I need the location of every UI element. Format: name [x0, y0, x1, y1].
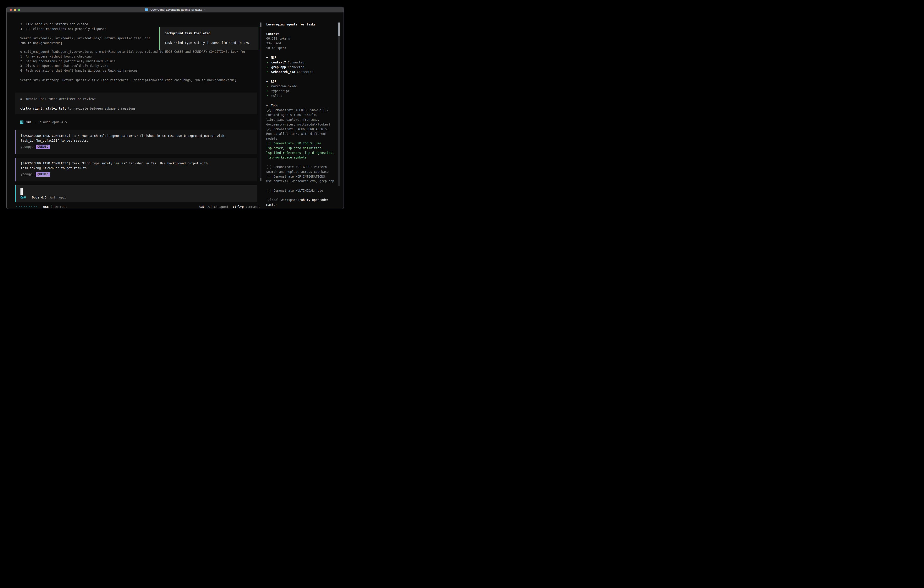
- status-dot-icon: •: [266, 66, 268, 69]
- workspace-path-prefix: ~/local-workspaces/: [266, 198, 301, 202]
- input-model-row[interactable]: OmO Opus 4.5 Anthropic: [20, 195, 66, 200]
- agent-checkbox-icon: [20, 121, 23, 124]
- lsp-heading: LSP: [271, 80, 277, 83]
- workspace-path-project: oh-my-opencode:: [301, 198, 328, 202]
- todo-heading: Todo: [271, 104, 278, 107]
- message-meta-row: yeongyuQUEUED: [21, 172, 257, 177]
- mcp-item-status: Connected: [297, 70, 314, 74]
- workspace-branch: master: [266, 203, 341, 207]
- collapse-triangle-icon[interactable]: ▼: [266, 56, 268, 59]
- context-tokens: 66,518 tokens: [266, 36, 341, 41]
- lsp-item: • typescript: [266, 89, 341, 94]
- input-model-name: Opus 4.5: [32, 196, 46, 199]
- input-provider-name: Anthropic: [50, 196, 67, 199]
- mcp-item: • context7 Connected: [266, 60, 341, 65]
- main-scrollbar-thumb[interactable]: [260, 178, 261, 181]
- lsp-item: • markdown-oxide: [266, 84, 341, 89]
- status-bar-left: esc interrupt: [16, 205, 67, 209]
- message-line1: [BACKGROUND TASK COMPLETED] Task "Find t…: [21, 161, 257, 166]
- half-circle-icon: ◐: [203, 8, 205, 12]
- todo-item-active: [ ] Demonstrate LSP TOOLS: Use lsp_hover…: [266, 141, 341, 160]
- title-bar: [OpenCode] Leveraging agents for tasks ◐: [7, 7, 343, 13]
- context-spent: $0.46 spent: [266, 46, 341, 51]
- status-dot-icon: •: [266, 89, 268, 93]
- todo-item-pending: [ ] Demonstrate AST-GREP: Pattern search…: [266, 165, 341, 174]
- lsp-section: ▼ LSP • markdown-oxide • typescript • es…: [266, 79, 341, 99]
- lsp-item-name: markdown-oxide: [271, 84, 297, 88]
- agent-name: OmO: [26, 121, 31, 124]
- oracle-task-title-row: ◉ Oracle Task "Deep architecture review": [20, 97, 257, 102]
- fisheye-icon: ◉: [20, 97, 22, 101]
- todo-pending-group: [ ] Demonstrate AST-GREP: Pattern search…: [266, 165, 341, 184]
- folder-icon: [145, 8, 148, 11]
- context-section: Context 66,518 tokens 33% used $0.46 spe…: [266, 32, 341, 51]
- mcp-item-name: websearch_exa: [271, 70, 295, 74]
- oracle-task-title: Oracle Task "Deep architecture review": [26, 97, 96, 101]
- status-dot-icon: •: [266, 61, 268, 64]
- todo-section: ▼ Todo [✓] Demonstrate AGENTS: Show all …: [266, 103, 341, 160]
- lsp-heading-row[interactable]: ▼ LSP: [266, 79, 341, 84]
- oracle-task-box: ◉ Oracle Task "Deep architecture review"…: [15, 92, 257, 114]
- todo-heading-row[interactable]: ▼ Todo: [266, 103, 341, 108]
- mcp-item-status: Connected: [288, 61, 304, 64]
- todo-pending-group: [ ] Demonstrate MULTIMODAL: Use: [266, 188, 341, 193]
- background-task-notification: Background Task Completed Task "Find typ…: [159, 26, 259, 50]
- todo-item-done: [✓] Demonstrate BACKGROUND AGENTS: Run p…: [266, 127, 341, 141]
- message-line2: task_id="bg_dcfac161" to get results.: [21, 139, 257, 143]
- prompt-input[interactable]: OmO Opus 4.5 Anthropic: [15, 185, 257, 202]
- oracle-task-hint: ctrl+x right, ctrl+x left to navigate be…: [20, 106, 257, 111]
- message-line2: task_id="bg_6f59260c" to get results.: [21, 166, 257, 171]
- ctrlp-key-hint[interactable]: ctrl+p: [233, 205, 244, 209]
- mcp-item: • websearch_exa Connected: [266, 70, 341, 74]
- lsp-item-name: eslint: [271, 94, 282, 97]
- zoom-window-button[interactable]: [18, 9, 20, 11]
- minimize-window-button[interactable]: [14, 9, 16, 11]
- collapse-triangle-icon[interactable]: ▼: [266, 104, 268, 107]
- lsp-item-name: typescript: [271, 89, 290, 93]
- window-title-text: [OpenCode] Leveraging agents for tasks: [150, 8, 202, 12]
- status-bar-right: tab switch agent ctrl+p commands: [169, 205, 260, 209]
- status-dot-icon: •: [266, 84, 268, 88]
- mcp-heading-row[interactable]: ▼ MCP: [266, 56, 341, 61]
- lsp-item: • eslint: [266, 94, 341, 99]
- mcp-item-name: context7: [271, 61, 286, 64]
- status-dot-icon: •: [266, 70, 268, 74]
- collapse-triangle-icon[interactable]: ▼: [266, 80, 268, 83]
- tool-call-text: call_omo_agent [subagent_type=explore, p…: [20, 50, 246, 83]
- message-box: [BACKGROUND TASK COMPLETED] Task "Resear…: [15, 130, 257, 154]
- status-badge: QUEUED: [36, 145, 50, 149]
- username: yeongyu: [21, 145, 33, 149]
- hint-text: to navigate between subagent sessions: [66, 107, 136, 110]
- sidebar: Leveraging agents for tasks Context 66,5…: [266, 22, 341, 209]
- agent-header: OmO · claude-opus-4-5: [20, 120, 67, 125]
- context-used: 33% used: [266, 41, 341, 46]
- message-box: [BACKGROUND TASK COMPLETED] Task "Find t…: [15, 158, 257, 182]
- mcp-item-status: Connected: [288, 66, 304, 69]
- context-heading: Context: [266, 32, 341, 36]
- window-controls[interactable]: [10, 7, 20, 13]
- tab-key-hint[interactable]: tab: [199, 205, 205, 209]
- mcp-item-name: grep_app: [271, 66, 286, 69]
- username: yeongyu: [21, 173, 33, 176]
- notification-body: Task "Find type safety issues" finished …: [165, 41, 259, 45]
- scrollback-text: 3. File handles or streams not closed 4.…: [20, 22, 150, 46]
- notification-title: Background Task Completed: [165, 31, 259, 36]
- status-dot-icon: •: [266, 94, 268, 97]
- text-cursor: [20, 188, 23, 195]
- main-scrollbar-track[interactable]: [260, 23, 261, 181]
- esc-key-hint[interactable]: esc: [43, 205, 49, 209]
- hint-keys: ctrl+x right, ctrl+x left: [20, 107, 66, 110]
- session-title: Leveraging agents for tasks: [266, 22, 341, 27]
- close-window-button[interactable]: [10, 9, 12, 11]
- message-line1: [BACKGROUND TASK COMPLETED] Task "Resear…: [21, 134, 257, 139]
- tab-key-label: switch agent: [206, 205, 228, 209]
- app-window: [OpenCode] Leveraging agents for tasks ◐…: [6, 7, 344, 209]
- spinner-dots-icon: [16, 206, 37, 207]
- main-scrollbar-thumb[interactable]: [260, 23, 261, 27]
- esc-key-label: interrupt: [51, 205, 67, 209]
- separator-dot: ·: [34, 121, 36, 124]
- sidebar-scrollbar-track[interactable]: [338, 23, 340, 186]
- sidebar-scrollbar-thumb[interactable]: [338, 23, 340, 36]
- mcp-heading: MCP: [271, 56, 277, 59]
- workspace-path: ~/local-workspaces/oh-my-opencode:: [266, 198, 341, 203]
